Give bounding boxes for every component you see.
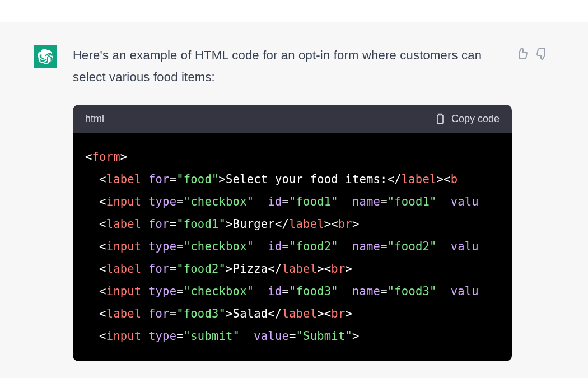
code-language-label: html	[85, 113, 104, 125]
clipboard-icon	[435, 113, 446, 125]
message-content: Here's an example of HTML code for an op…	[73, 45, 515, 361]
thumbs-up-icon	[515, 47, 529, 60]
code-body: <form> <label for="food">Select your foo…	[73, 133, 512, 361]
thumbs-down-button[interactable]	[535, 47, 549, 60]
code-block: html Copy code <form> <label for="food">…	[73, 105, 512, 361]
copy-code-button[interactable]: Copy code	[435, 113, 500, 125]
assistant-avatar	[34, 45, 57, 68]
feedback-buttons	[515, 47, 549, 60]
code-header: html Copy code	[73, 105, 512, 133]
top-strip	[0, 0, 588, 22]
intro-text: Here's an example of HTML code for an op…	[73, 45, 515, 88]
thumbs-up-button[interactable]	[515, 47, 529, 60]
assistant-message: Here's an example of HTML code for an op…	[0, 22, 588, 361]
thumbs-down-icon	[535, 47, 549, 60]
svg-rect-0	[437, 115, 443, 123]
openai-logo-icon	[38, 49, 53, 64]
copy-code-label: Copy code	[451, 113, 500, 125]
